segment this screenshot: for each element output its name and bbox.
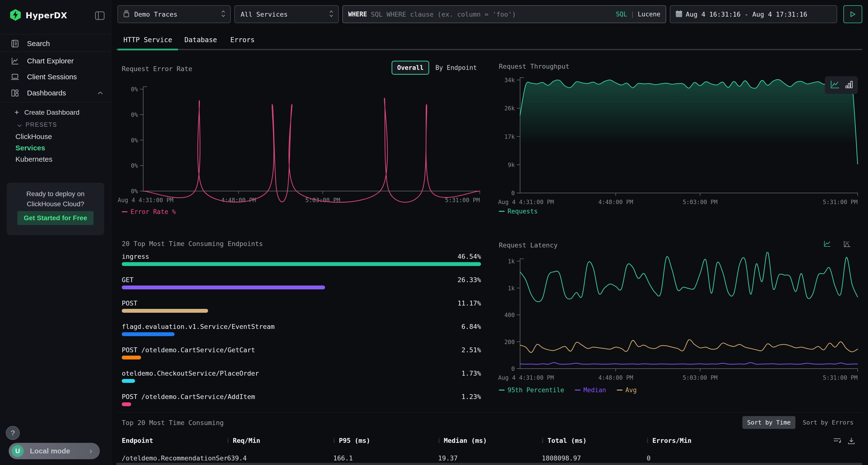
- svg-text:4:48:00 PM: 4:48:00 PM: [598, 199, 633, 205]
- sql-mode-button[interactable]: SQL: [616, 10, 627, 18]
- by-endpoint-toggle-button[interactable]: By Endpoint: [434, 64, 478, 72]
- endpoint-row[interactable]: GET 26.33%: [122, 275, 481, 289]
- legend-label: Median: [584, 387, 606, 394]
- column-header[interactable]: ⁞Median (ms): [438, 437, 542, 444]
- table-row[interactable]: /oteldemo.RecommendationServ639.4166.119…: [122, 452, 831, 464]
- service-select[interactable]: All Services: [235, 5, 339, 23]
- select-chevrons-icon: [329, 10, 334, 18]
- table-cell: 166.1: [333, 455, 438, 462]
- column-drag-handle-icon[interactable]: ⁞: [227, 437, 229, 444]
- svg-text:Aug 4 4:31:00 PM: Aug 4 4:31:00 PM: [118, 197, 173, 204]
- collapse-sidebar-button[interactable]: [94, 11, 104, 21]
- endpoint-bar: [122, 402, 131, 406]
- histogram-icon[interactable]: [843, 240, 851, 248]
- throughput-chart[interactable]: 34k26k17k9k0Aug 4 4:31:00 PM4:48:00 PM5:…: [497, 72, 860, 213]
- endpoint-row[interactable]: flagd.evaluation.v1.Service/EventStream …: [122, 322, 481, 336]
- presets-label: PRESETS: [26, 121, 57, 128]
- column-drag-handle-icon[interactable]: ⁞: [333, 437, 335, 444]
- download-icon[interactable]: [847, 437, 856, 446]
- table-cell: 1808098.97: [542, 455, 647, 462]
- sort-by-time-button[interactable]: Sort by Time: [742, 416, 796, 429]
- endpoint-row[interactable]: POST /oteldemo.CartService/GetCart 2.51%: [122, 345, 481, 360]
- sidebar-item-label: Dashboards: [27, 89, 66, 97]
- endpoint-row[interactable]: ingress 46.54%: [122, 252, 481, 266]
- request-throughput-panel: Request Throughput 34k26k17k9k0Aug 4 4:3…: [497, 58, 860, 217]
- column-header[interactable]: ⁞Total (ms): [542, 437, 647, 444]
- user-menu[interactable]: U Local mode ›: [9, 443, 100, 459]
- presets-group-toggle[interactable]: PRESETS: [18, 121, 57, 128]
- service-select-value: All Services: [241, 10, 288, 18]
- endpoint-bar: [122, 262, 481, 266]
- wrap-lines-icon[interactable]: [833, 437, 841, 446]
- svg-text:0%: 0%: [131, 162, 138, 169]
- endpoint-percent: 26.33%: [457, 276, 481, 284]
- endpoint-row[interactable]: POST 11.17%: [122, 298, 481, 313]
- column-header[interactable]: ⁞P95 (ms): [333, 437, 438, 444]
- svg-text:5:03:00 PM: 5:03:00 PM: [683, 374, 717, 381]
- line-chart-icon[interactable]: [830, 80, 840, 90]
- svg-text:0%: 0%: [131, 86, 138, 93]
- sidebar-item-kubernetes[interactable]: Kubernetes: [16, 155, 52, 163]
- line-chart-icon[interactable]: [824, 240, 831, 248]
- sidebar: HyperDX Search Chart Explorer Client Ses…: [0, 0, 111, 465]
- endpoint-label: POST: [122, 299, 137, 307]
- run-query-button[interactable]: [843, 5, 862, 23]
- sidebar-item-services[interactable]: Services: [16, 144, 45, 152]
- endpoint-row[interactable]: oteldemo.CheckoutService/PlaceOrder 1.73…: [122, 368, 481, 383]
- sidebar-item-client-sessions[interactable]: Client Sessions: [0, 69, 111, 84]
- latency-chart[interactable]: 1k1k4002000Aug 4 4:31:00 PM4:48:00 PM5:0…: [497, 252, 860, 387]
- sort-by-errors-button[interactable]: Sort by Errors: [798, 416, 858, 429]
- endpoint-percent: 6.84%: [462, 323, 481, 330]
- svg-text:Aug 4 4:31:00 PM: Aug 4 4:31:00 PM: [498, 374, 554, 381]
- legend-item[interactable]: 95th Percentile: [499, 387, 564, 394]
- sidebar-item-dashboards[interactable]: Dashboards: [0, 86, 111, 100]
- column-drag-handle-icon[interactable]: ⁞: [542, 437, 544, 444]
- column-drag-handle-icon[interactable]: ⁞: [647, 437, 649, 444]
- error-rate-chart[interactable]: 0%0%0%0%0%Aug 4 4:31:00 PM4:48:00 PM5:03…: [116, 79, 482, 215]
- get-started-button[interactable]: Get Started for Free: [18, 211, 94, 225]
- tab-database[interactable]: Database: [180, 31, 222, 49]
- legend-item[interactable]: Error Rate %: [122, 208, 176, 215]
- column-header[interactable]: ⁞Errors/Min: [647, 437, 831, 444]
- promo-line2: ClickHouse Cloud?: [27, 200, 84, 208]
- sidebar-item-chart-explorer[interactable]: Chart Explorer: [0, 54, 111, 68]
- legend-label: Requests: [507, 208, 538, 215]
- legend-item[interactable]: Avg: [617, 387, 637, 394]
- overall-toggle-button[interactable]: Overall: [392, 61, 429, 75]
- top-endpoints-panel: 20 Top Most Time Consuming Endpoints ing…: [116, 236, 482, 407]
- avatar: U: [11, 445, 24, 457]
- sidebar-item-search[interactable]: Search: [0, 36, 111, 51]
- top-time-consuming-table-section: Top 20 Most Time Consuming Sort by Time …: [116, 412, 862, 465]
- promo-line1: Ready to deploy on: [26, 190, 84, 198]
- latency-legend: 95th PercentileMedianAvg: [499, 387, 637, 394]
- svg-text:34k: 34k: [504, 77, 515, 84]
- help-button[interactable]: ?: [6, 426, 20, 440]
- endpoint-row[interactable]: POST /oteldemo.CartService/AddItem 1.23%: [122, 392, 481, 406]
- column-drag-handle-icon[interactable]: ⁞: [438, 437, 440, 444]
- column-header[interactable]: ⁞Req/Min: [227, 437, 333, 444]
- sidebar-item-label: Chart Explorer: [27, 57, 73, 65]
- tab-errors[interactable]: Errors: [224, 31, 261, 49]
- dashboards-icon: [10, 89, 19, 97]
- legend-item[interactable]: Requests: [499, 208, 538, 215]
- tab-http-service[interactable]: HTTP Service: [118, 31, 178, 49]
- time-range-picker[interactable]: Aug 4 16:31:16 - Aug 4 17:31:16: [670, 5, 837, 23]
- where-clause-input[interactable]: WHERE SQL WHERE clause (ex. column = 'fo…: [342, 5, 666, 23]
- sidebar-item-clickhouse[interactable]: ClickHouse: [16, 133, 52, 141]
- create-dashboard-button[interactable]: + Create Dashboard: [14, 108, 80, 117]
- endpoint-label: POST /oteldemo.CartService/AddItem: [122, 393, 255, 400]
- column-header[interactable]: Endpoint: [122, 437, 227, 444]
- panel-title: 20 Top Most Time Consuming Endpoints: [122, 240, 263, 247]
- legend-item[interactable]: Median: [575, 387, 606, 394]
- divider: [0, 52, 111, 52]
- app-title: HyperDX: [26, 10, 67, 20]
- lucene-mode-button[interactable]: Lucene: [638, 10, 660, 18]
- bar-chart-icon[interactable]: [845, 80, 853, 90]
- svg-text:1k: 1k: [508, 258, 515, 265]
- panel-title: Request Error Rate: [122, 65, 192, 72]
- user-label: Local mode: [30, 447, 70, 455]
- endpoint-bar: [122, 332, 175, 336]
- source-select[interactable]: Demo Traces: [117, 5, 231, 23]
- horizontal-scrollbar[interactable]: [116, 463, 862, 465]
- table-body: /oteldemo.RecommendationServ639.4166.119…: [122, 452, 831, 464]
